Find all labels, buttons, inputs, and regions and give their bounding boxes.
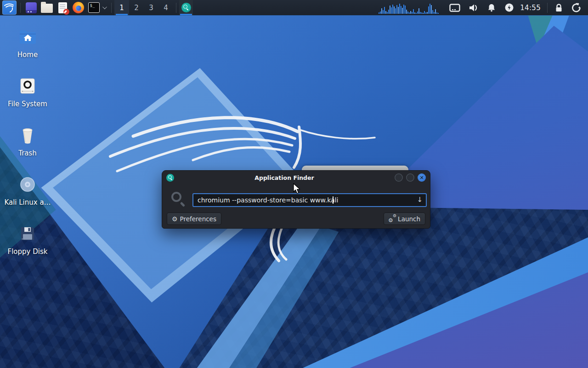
launch-label: Launch bbox=[398, 215, 420, 223]
application-finder-launcher[interactable] bbox=[179, 0, 193, 15]
notifications-tray-button[interactable] bbox=[487, 3, 496, 12]
cdrom-icon bbox=[17, 173, 39, 196]
desktop-icon-kali-linux[interactable]: Kali Linux a… bbox=[2, 173, 53, 207]
lock-screen-button[interactable] bbox=[554, 3, 563, 12]
clock[interactable]: 14:55 bbox=[520, 4, 541, 12]
desktop-icon-label: Kali Linux a… bbox=[4, 198, 51, 207]
hard-drive-icon bbox=[17, 75, 39, 97]
desktop-screen: Home File System Trash bbox=[0, 0, 588, 368]
volume-icon bbox=[469, 3, 479, 12]
terminal-icon: $_ bbox=[88, 2, 100, 13]
workspace-4[interactable]: 4 bbox=[158, 0, 173, 15]
gear-icon: ⚙ bbox=[172, 216, 178, 222]
window-switcher-icon bbox=[26, 2, 37, 13]
kali-logo-icon bbox=[2, 0, 17, 15]
window-title: Application Finder bbox=[174, 174, 395, 181]
close-button[interactable]: ✕ bbox=[418, 173, 426, 182]
desktop-icon-label: Home bbox=[17, 51, 38, 59]
panel-launchers: $_ 1 2 3 4 bbox=[0, 0, 193, 15]
command-input-wrap: ↓ bbox=[192, 193, 427, 207]
launcher-file-manager[interactable] bbox=[40, 1, 54, 15]
bell-icon bbox=[487, 3, 496, 12]
volume-tray-button[interactable] bbox=[469, 3, 479, 12]
launch-button[interactable]: ⚙⚙ Launch bbox=[384, 213, 425, 225]
trash-icon bbox=[17, 124, 39, 146]
text-caret bbox=[333, 196, 334, 204]
launcher-firefox[interactable] bbox=[71, 1, 85, 15]
launcher-terminal[interactable]: $_ bbox=[87, 1, 101, 15]
home-folder-icon bbox=[17, 26, 39, 48]
application-finder-icon bbox=[166, 174, 174, 182]
workspace-2[interactable]: 2 bbox=[129, 0, 144, 15]
network-monitor-graph[interactable] bbox=[379, 2, 439, 14]
workspace-number: 3 bbox=[149, 4, 153, 12]
launcher-window-switcher[interactable] bbox=[24, 1, 38, 15]
panel-separator bbox=[176, 3, 176, 13]
search-icon bbox=[181, 3, 191, 12]
panel-separator bbox=[20, 3, 21, 13]
panel-separator bbox=[547, 3, 548, 13]
desktop-icon-label: Floppy Disk bbox=[8, 247, 48, 256]
text-editor-icon bbox=[58, 2, 67, 13]
top-panel: $_ 1 2 3 4 bbox=[0, 0, 588, 16]
power-manager-icon bbox=[504, 3, 514, 12]
desktop-icon-label: File System bbox=[8, 100, 47, 108]
workspace-number: 4 bbox=[164, 4, 168, 12]
desktop-icon-floppy-disk[interactable]: Floppy Disk bbox=[2, 223, 53, 256]
display-icon bbox=[449, 4, 460, 12]
power-manager-tray-button[interactable] bbox=[504, 3, 514, 12]
search-magnifier-icon bbox=[171, 192, 181, 202]
launch-gears-icon: ⚙⚙ bbox=[389, 215, 396, 222]
workspace-number: 1 bbox=[119, 4, 124, 12]
log-out-button[interactable] bbox=[571, 3, 581, 12]
workspace-number: 2 bbox=[134, 4, 139, 12]
minimize-button[interactable] bbox=[395, 173, 403, 182]
mouse-cursor bbox=[293, 183, 302, 195]
maximize-button[interactable] bbox=[406, 173, 414, 182]
file-manager-icon bbox=[41, 4, 53, 13]
launcher-dropdown-chevron-icon[interactable] bbox=[102, 5, 107, 9]
firefox-icon bbox=[73, 2, 84, 13]
launcher-text-editor[interactable] bbox=[56, 1, 69, 15]
command-input[interactable] bbox=[192, 193, 427, 207]
desktop-icon-label: Trash bbox=[18, 149, 37, 157]
desktop-icon-home[interactable]: Home bbox=[2, 26, 53, 59]
log-out-icon bbox=[571, 3, 581, 12]
desktop-icon-trash[interactable]: Trash bbox=[2, 124, 53, 157]
lock-icon bbox=[554, 3, 563, 12]
workspace-3[interactable]: 3 bbox=[144, 0, 158, 15]
kali-menu-button[interactable] bbox=[2, 1, 17, 15]
workspace-1[interactable]: 1 bbox=[114, 0, 129, 15]
titlebar[interactable]: Application Finder ✕ bbox=[162, 171, 430, 184]
panel-tray: 14:55 bbox=[379, 0, 588, 15]
preferences-label: Preferences bbox=[180, 215, 216, 223]
desktop-icon-file-system[interactable]: File System bbox=[2, 75, 53, 108]
floppy-disk-icon bbox=[17, 223, 39, 245]
application-finder-window: Application Finder ✕ ↓ ⚙ Preferences ⚙⚙ … bbox=[162, 170, 430, 229]
preferences-button[interactable]: ⚙ Preferences bbox=[167, 213, 221, 225]
panel-separator bbox=[111, 3, 112, 13]
display-tray-button[interactable] bbox=[449, 4, 460, 12]
